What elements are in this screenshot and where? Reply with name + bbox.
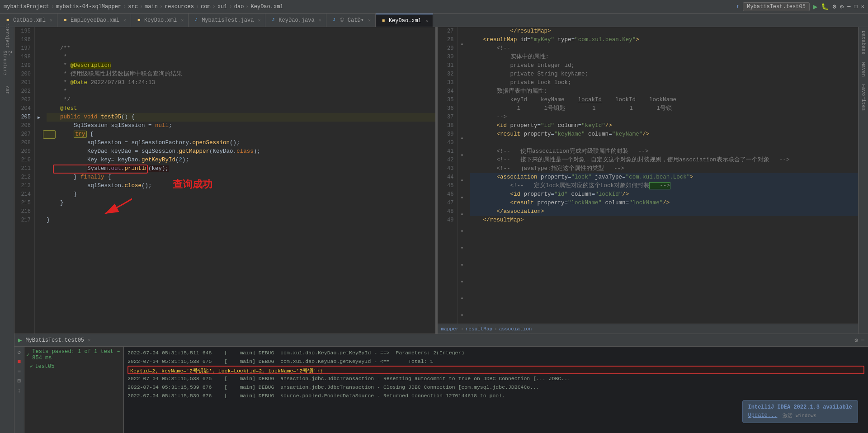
bc-xu1[interactable]: xu1	[217, 4, 227, 10]
bc-project[interactable]: mybatisProject	[4, 4, 49, 10]
bc-file[interactable]: KeyDao.xml	[251, 4, 283, 10]
bc-module[interactable]: mybatis-04-sqlMapper	[56, 4, 121, 10]
editor-area: 1951961971981992002012022032042052062072…	[14, 27, 868, 433]
tab-keydao-xml-active[interactable]: ◼ KeyDao.xml ✕	[376, 14, 433, 27]
tab-employeedao-xml[interactable]: ◼ EmployeeDao.xml ✕	[57, 14, 131, 27]
close-icon[interactable]: ✕	[425, 18, 428, 24]
right-gutter	[458, 27, 466, 324]
xml-icon: ◼	[136, 17, 142, 24]
close-icon[interactable]: ✕	[181, 18, 184, 23]
favorites-tab[interactable]: Favorites	[859, 80, 868, 114]
settings-icon[interactable]: ⚙	[840, 3, 844, 10]
sort-icon[interactable]: ↕	[18, 387, 21, 394]
window-min[interactable]: ─	[847, 4, 850, 10]
notification-actions: Update... 激活 Windows	[748, 412, 852, 419]
bc-resources[interactable]: resources	[165, 4, 194, 10]
minimize-run-icon[interactable]: ─	[861, 337, 864, 344]
stop-icon[interactable]: ■	[18, 358, 21, 365]
right-sidebar: Database Maven Favorites	[858, 27, 868, 334]
close-icon[interactable]: ✕	[50, 18, 52, 23]
java-icon: J	[270, 17, 276, 24]
close-run-tab[interactable]: ✕	[88, 337, 91, 343]
run-content: ↺ ■ ≡ ⊞ ↕ ✓ Tests passed: 1 of 1 test – …	[14, 347, 868, 433]
notification: IntelliJ IDEA 2022.1.3 available Update.…	[742, 400, 858, 423]
right-editor-pane: 2728293031323334353637383940414243444546…	[438, 27, 859, 334]
filter-icon[interactable]: ≡	[18, 368, 21, 375]
sidebar-ant-icon[interactable]: Ant	[2, 85, 12, 95]
java-icon: J	[193, 17, 199, 24]
left-editor-pane: 1951961971981992002012022032042052062072…	[14, 27, 436, 334]
bc-mapper: mapper	[441, 326, 459, 332]
run-icons: ↺ ■ ≡ ⊞ ↕	[14, 347, 24, 433]
run-panel-actions: ⚙ ─	[854, 337, 864, 344]
close-icon[interactable]: ✕	[319, 18, 321, 23]
tab-catd-java[interactable]: J ① CatD▾ ✕	[326, 14, 376, 27]
run-config[interactable]: MybatisTest.test05	[743, 2, 810, 11]
window-max[interactable]: □	[854, 4, 858, 10]
gutter: ▶	[35, 27, 43, 334]
test-passed-indicator: ✓ Tests passed: 1 of 1 test – 854 ms	[26, 348, 122, 361]
xml-breadcrumb: mapper › resultMap › association	[438, 324, 859, 334]
bc-association: association	[499, 326, 532, 332]
expand-icon[interactable]: ⊞	[18, 377, 21, 385]
xml-icon: ◼	[380, 18, 387, 24]
xml-icon: ◼	[62, 17, 68, 24]
bc-com[interactable]: com	[201, 4, 211, 10]
right-line-numbers: 2728293031323334353637383940414243444546…	[438, 27, 458, 324]
main-area: 1:Project Z-Structure Ant 19519619719819…	[0, 27, 868, 433]
tab-bar: ◼ CatDao.xml ✕ ◼ EmployeeDao.xml ✕ ◼ Key…	[0, 14, 868, 27]
breadcrumb: mybatisProject › mybatis-04-sqlMapper › …	[4, 4, 283, 10]
tab-keydao-java[interactable]: J KeyDao.java ✕	[265, 14, 326, 27]
test-check-icon: ✓	[30, 363, 33, 370]
maven-tab[interactable]: Maven	[859, 58, 868, 80]
bc-dao[interactable]: dao	[234, 4, 244, 10]
right-actions: ⬆ MybatisTest.test05 ▶ 🐛 ⚙ ⚙ ─ □ ✕	[736, 2, 864, 11]
run-icon[interactable]: ▶	[18, 336, 22, 344]
run-tab-label[interactable]: MyBatisTest.test05	[25, 337, 84, 344]
sidebar-project-icon[interactable]: 1:Project	[2, 31, 12, 41]
debug-button[interactable]: 🐛	[821, 3, 829, 10]
close-icon[interactable]: ✕	[258, 18, 260, 23]
right-code-editor[interactable]: 2728293031323334353637383940414243444546…	[438, 27, 859, 324]
left-code-editor[interactable]: 1951961971981992002012022032042052062072…	[14, 27, 435, 334]
run-tab-bar: ▶ MyBatisTest.test05 ✕ ⚙ ─	[14, 334, 868, 347]
bc-resultmap: resultMap	[466, 326, 492, 332]
bottom-panel: ▶ MyBatisTest.test05 ✕ ⚙ ─ ↺ ■ ≡ ⊞ ↕	[14, 334, 868, 433]
close-icon[interactable]: ✕	[123, 18, 126, 23]
bc-src[interactable]: src	[128, 4, 138, 10]
tab-mybatistest-java[interactable]: J MybatisTest.java ✕	[189, 14, 265, 27]
database-tab[interactable]: Database	[859, 27, 868, 58]
tab-keydao-xml[interactable]: ◼ KeyDao.xml ✕	[131, 14, 189, 27]
top-bar: mybatisProject › mybatis-04-sqlMapper › …	[0, 0, 868, 14]
run-test-tree: ✓ Tests passed: 1 of 1 test – 854 ms ✓ t…	[24, 347, 124, 433]
git-icon[interactable]: ⬆	[736, 3, 739, 10]
right-code-content: </resultMap> <resultMap id="myKey" type=…	[466, 27, 859, 324]
left-sidebar: 1:Project Z-Structure Ant	[0, 27, 14, 433]
sidebar-structure-icon[interactable]: Z-Structure	[2, 58, 12, 68]
line-numbers: 1951961971981992002012022032042052062072…	[14, 27, 35, 334]
java-icon: J	[331, 17, 337, 24]
notification-title: IntelliJ IDEA 2022.1.3 available	[748, 404, 852, 410]
window-close[interactable]: ✕	[861, 3, 864, 10]
code-content: /** * * @Description * 使用级联属性封装数据库中联合查询的…	[43, 27, 435, 334]
bc-main[interactable]: main	[145, 4, 158, 10]
test-result-text: Tests passed: 1 of 1 test – 854 ms	[32, 348, 122, 361]
test-method-label: test05	[35, 363, 54, 370]
windows-label: 激活 Windows	[783, 412, 816, 419]
more-actions[interactable]: ⚙	[832, 3, 836, 10]
close-icon[interactable]: ✕	[368, 18, 371, 23]
xml-icon: ◼	[5, 17, 11, 24]
run-button[interactable]: ▶	[813, 2, 818, 11]
update-link[interactable]: Update...	[748, 412, 778, 419]
settings-run-icon[interactable]: ⚙	[854, 337, 858, 344]
rerun-icon[interactable]: ↺	[18, 348, 21, 356]
pass-icon: ✓	[26, 352, 29, 358]
test-item[interactable]: ✓ test05	[26, 361, 122, 370]
